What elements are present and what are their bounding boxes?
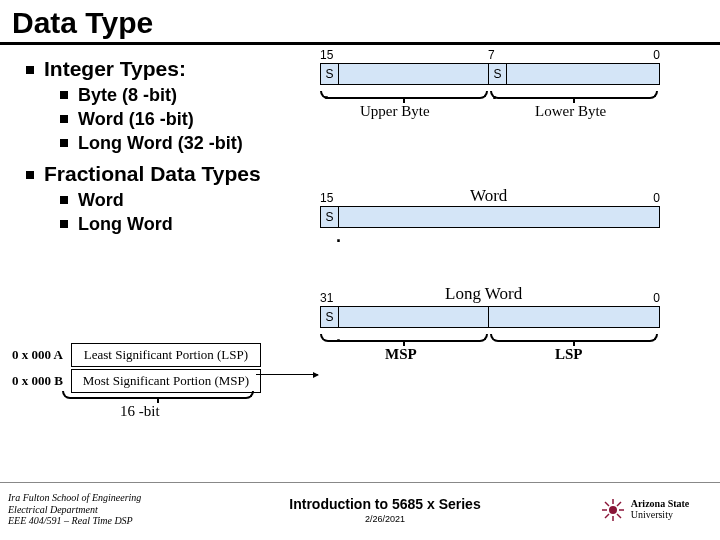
fractional-word-box: S	[320, 206, 660, 228]
fractional-item-word-text: Word	[78, 190, 124, 210]
sign-bit-frac-word: S	[321, 207, 339, 227]
lsp-cell: Least Significant Portion (LSP)	[71, 343, 261, 367]
bit-0-label-long: 0	[653, 291, 660, 305]
sixteen-bit-brace	[62, 391, 254, 399]
lsp-label: LSP	[555, 346, 583, 363]
msp-label: MSP	[385, 346, 417, 363]
long-word-box: S	[320, 306, 660, 328]
page-title: Data Type	[0, 0, 720, 42]
footer-center: Introduction to 5685 x Series 2/26/2021	[200, 496, 570, 524]
upper-byte-label: Upper Byte	[360, 103, 430, 120]
svg-point-0	[609, 506, 617, 514]
sixteen-bit-label: 16 -bit	[120, 403, 160, 420]
integer-item-longword: Long Word (32 -bit)	[60, 133, 700, 154]
addr-000a: 0 x 000 A	[6, 343, 69, 367]
svg-line-7	[605, 514, 609, 518]
word-label: Word	[470, 186, 507, 206]
asu-text: Arizona State University	[631, 499, 690, 520]
msp-arrow	[256, 374, 318, 375]
radix-point-frac-word: .	[336, 226, 341, 247]
footer-dept: Electrical Department	[8, 504, 200, 516]
integer-item-byte-text: Byte (8 -bit)	[78, 85, 177, 105]
footer-date: 2/26/2021	[200, 514, 570, 524]
footer-right: Arizona State University	[570, 498, 720, 522]
lsp-brace	[490, 334, 658, 342]
asu-sunburst-icon	[601, 498, 625, 522]
fractional-heading-text: Fractional Data Types	[44, 162, 261, 185]
footer-left: Ira Fulton School of Engineering Electri…	[0, 492, 200, 527]
word-register-box: S S	[320, 63, 660, 85]
footer-intro: Introduction to 5685 x Series	[200, 496, 570, 512]
svg-line-5	[605, 502, 609, 506]
svg-line-8	[617, 502, 621, 506]
bit-15-label: 15	[320, 48, 333, 62]
memory-layout-table: 0 x 000 A Least Significant Portion (LSP…	[4, 341, 263, 395]
footer-school: Ira Fulton School of Engineering	[8, 492, 200, 504]
footer: Ira Fulton School of Engineering Electri…	[0, 482, 720, 536]
title-rule	[0, 42, 720, 45]
bit-0-label: 0	[653, 48, 660, 62]
sign-bit-long: S	[321, 307, 339, 327]
msp-region	[339, 307, 489, 327]
integer-word-diagram: 15 7 0 S S . . Upper Byte Lower Byte	[320, 63, 660, 85]
fractional-word-mantissa	[339, 207, 659, 227]
msp-cell: Most Significant Portion (MSP)	[71, 369, 261, 393]
sign-bit-upper: S	[321, 64, 339, 84]
bit-0-label-frac: 0	[653, 191, 660, 205]
asu-line2: University	[631, 510, 690, 521]
lsp-region	[489, 307, 659, 327]
lower-byte-brace	[490, 91, 658, 99]
integer-item-longword-text: Long Word (32 -bit)	[78, 133, 243, 153]
lower-byte-region	[507, 64, 659, 84]
integer-item-word-text: Word (16 -bit)	[78, 109, 194, 129]
content-area: Integer Types: Byte (8 -bit) Word (16 -b…	[0, 51, 720, 235]
msp-brace	[320, 334, 488, 342]
lower-byte-label: Lower Byte	[535, 103, 606, 120]
asu-line1: Arizona State	[631, 499, 690, 510]
fractional-heading: Fractional Data Types	[26, 162, 700, 186]
long-word-label: Long Word	[445, 284, 522, 304]
footer-course: EEE 404/591 – Real Time DSP	[8, 515, 200, 527]
fractional-word-diagram: Word 15 0 S .	[320, 206, 660, 228]
bit-7-label: 7	[488, 48, 495, 62]
long-word-diagram: Long Word 31 0 S . MSP LSP	[320, 306, 660, 328]
integer-heading-text: Integer Types:	[44, 57, 186, 80]
sign-bit-lower: S	[489, 64, 507, 84]
bit-15-label-frac: 15	[320, 191, 333, 205]
addr-000b: 0 x 000 B	[6, 369, 69, 393]
bit-31-label: 31	[320, 291, 333, 305]
svg-line-6	[617, 514, 621, 518]
asu-logo: Arizona State University	[601, 498, 690, 522]
upper-byte-brace	[320, 91, 488, 99]
upper-byte-region	[339, 64, 489, 84]
fractional-item-longword-text: Long Word	[78, 214, 173, 234]
